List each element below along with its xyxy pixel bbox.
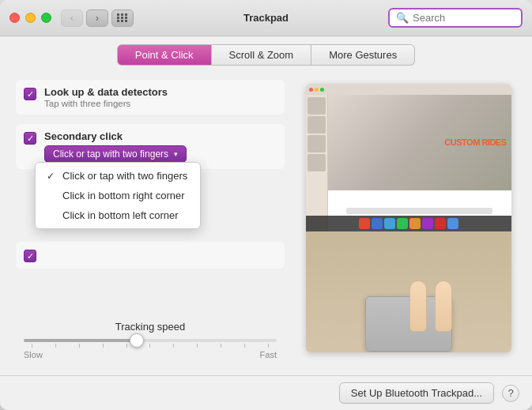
- close-button[interactable]: [9, 13, 20, 23]
- minimize-button[interactable]: [25, 13, 36, 23]
- preview-image: CUSTOM RIDES: [306, 84, 511, 352]
- tab-point-click[interactable]: Point & Click: [117, 44, 212, 66]
- option-label-bottom-right: Click in bottom right corner: [62, 190, 185, 201]
- hero-text: CUSTOM RIDES: [444, 138, 511, 147]
- slider-labels: Slow Fast: [24, 350, 277, 359]
- option-check-two-fingers: ✓: [47, 171, 58, 182]
- browser-close: [309, 88, 313, 92]
- option-label-two-fingers: Click or tap with two fingers: [62, 170, 187, 182]
- left-panel: ✓ Look up & data detectors Tap with thre…: [16, 80, 285, 367]
- tick: [221, 344, 221, 348]
- lookup-checkmark: ✓: [27, 90, 34, 99]
- hero-area: CUSTOM RIDES: [328, 95, 511, 190]
- tap-to-click-row: ✓: [16, 242, 285, 269]
- search-icon: 🔍: [396, 12, 409, 24]
- tick: [149, 344, 150, 348]
- search-input[interactable]: [413, 12, 515, 24]
- tick: [197, 344, 198, 348]
- browser-bar: [306, 84, 511, 95]
- dropdown-label: Click or tap with two fingers: [53, 149, 168, 160]
- thumb-1: [308, 97, 326, 115]
- tab-scroll-zoom[interactable]: Scroll & Zoom: [212, 44, 312, 66]
- tick: [244, 344, 245, 348]
- option-label-bottom-left: Click in bottom left corner: [62, 209, 179, 221]
- dock-icon: [384, 218, 395, 229]
- setup-bluetooth-button[interactable]: Set Up Bluetooth Trackpad...: [339, 382, 494, 404]
- browser-max: [320, 88, 324, 92]
- right-panel: CUSTOM RIDES: [300, 80, 516, 367]
- secondary-checkbox-wrap: ✓: [24, 132, 36, 145]
- lookup-setting-row: ✓ Look up & data detectors Tap with thre…: [16, 80, 285, 115]
- lookup-subtitle: Tap with three fingers: [44, 99, 168, 108]
- dock-icon: [435, 218, 446, 229]
- tick: [32, 344, 32, 348]
- secondary-click-row: ✓ Secondary click Click or tap with two …: [16, 124, 285, 169]
- secondary-checkbox[interactable]: ✓: [24, 132, 36, 145]
- grid-button[interactable]: [111, 9, 134, 27]
- dock-icon: [372, 218, 383, 229]
- fast-label: Fast: [260, 350, 277, 359]
- finger-left: [409, 280, 427, 332]
- browser-content: CUSTOM RIDES: [306, 95, 511, 231]
- help-button[interactable]: ?: [502, 385, 519, 402]
- maximize-button[interactable]: [41, 13, 51, 23]
- main-content: ✓ Look up & data detectors Tap with thre…: [0, 72, 532, 375]
- browser-main: CUSTOM RIDES: [328, 95, 511, 231]
- nav-buttons: ‹ ›: [61, 9, 108, 27]
- chevron-down-icon: ▾: [174, 150, 178, 158]
- slider-container: Slow Fast: [16, 339, 285, 359]
- tap-checkbox[interactable]: ✓: [24, 250, 36, 262]
- help-icon: ?: [507, 387, 513, 399]
- dock-icon: [422, 218, 433, 229]
- secondary-setting-text: Secondary click Click or tap with two fi…: [44, 130, 187, 163]
- lookup-checkbox[interactable]: ✓: [24, 88, 36, 100]
- tap-checkbox-wrap: ✓: [24, 250, 36, 262]
- tick: [173, 344, 174, 348]
- secondary-click-menu: ✓ Click or tap with two fingers Click in…: [35, 162, 201, 229]
- trackpad-preview: [306, 231, 511, 352]
- lookup-setting-text: Look up & data detectors Tap with three …: [44, 86, 168, 108]
- tab-more-gestures[interactable]: More Gestures: [311, 44, 415, 66]
- option-two-fingers[interactable]: ✓ Click or tap with two fingers: [36, 166, 200, 186]
- option-bottom-right[interactable]: Click in bottom right corner: [36, 186, 200, 205]
- dock-icon: [359, 218, 370, 229]
- dock-icon: [409, 218, 421, 229]
- forward-icon: ›: [96, 13, 99, 24]
- window-title: Trackpad: [243, 12, 289, 24]
- back-button[interactable]: ‹: [61, 9, 83, 27]
- finger-right: [435, 280, 452, 332]
- tap-checkmark: ✓: [27, 252, 34, 261]
- traffic-lights: [9, 13, 51, 23]
- lookup-checkbox-wrap: ✓: [24, 88, 36, 100]
- browser-sidebar: [306, 95, 328, 231]
- window: ‹ › Trackpad 🔍 Point & Click Scroll & Zo…: [0, 0, 532, 410]
- slider-track: [24, 339, 277, 342]
- secondary-checkmark: ✓: [27, 134, 34, 143]
- thumb-3: [308, 135, 326, 152]
- bottom-bar: Set Up Bluetooth Trackpad... ?: [0, 375, 532, 410]
- preview-browser: CUSTOM RIDES: [306, 84, 511, 231]
- lookup-title: Look up & data detectors: [44, 86, 168, 98]
- thumb-2: [308, 116, 326, 134]
- tracking-title: Tracking speed: [16, 321, 285, 333]
- tick: [79, 344, 80, 348]
- search-box: 🔍: [388, 8, 523, 28]
- tick: [103, 344, 104, 348]
- titlebar: ‹ › Trackpad 🔍: [0, 0, 532, 36]
- tabs-bar: Point & Click Scroll & Zoom More Gesture…: [0, 36, 532, 72]
- forward-button[interactable]: ›: [86, 9, 108, 27]
- slider-ticks: [24, 344, 277, 348]
- secondary-click-dropdown[interactable]: Click or tap with two fingers ▾: [44, 145, 187, 163]
- slow-label: Slow: [24, 350, 43, 359]
- back-icon: ‹: [70, 13, 74, 24]
- tick: [55, 344, 56, 348]
- thumb-4: [308, 154, 326, 171]
- secondary-title: Secondary click: [44, 130, 187, 142]
- option-bottom-left[interactable]: Click in bottom left corner: [36, 205, 200, 225]
- browser-min: [315, 88, 319, 92]
- dock-icon: [397, 218, 408, 229]
- tick: [126, 344, 127, 348]
- tracking-section: Tracking speed: [16, 313, 285, 367]
- tick: [268, 344, 269, 348]
- grid-icon: [117, 13, 128, 22]
